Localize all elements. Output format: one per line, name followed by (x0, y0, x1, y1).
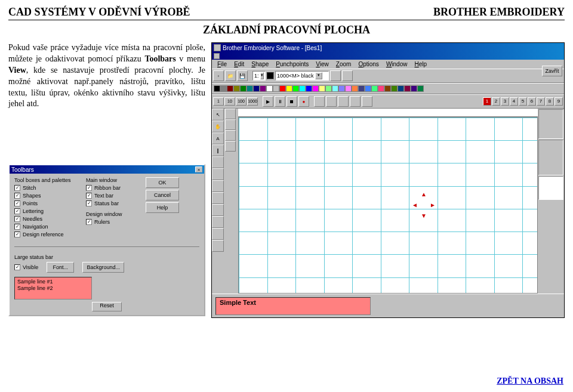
color-swatch[interactable] (306, 85, 312, 92)
chk-stitch[interactable]: Stitch (14, 185, 80, 191)
needle-combo[interactable]: 1:▾ (252, 71, 266, 81)
color-swatch[interactable] (325, 85, 332, 92)
color-swatch[interactable] (233, 85, 240, 92)
zoom-10[interactable]: 10 (224, 97, 235, 106)
cancel-button[interactable]: Cancel (146, 190, 179, 200)
chk-visible[interactable]: Visible (14, 264, 38, 270)
color-swatch[interactable] (378, 85, 384, 92)
color-swatch[interactable] (253, 85, 260, 92)
tool-p3[interactable] (212, 180, 224, 192)
measure-icon[interactable]: ‖ (212, 144, 224, 156)
save-button[interactable]: 💾 (237, 70, 248, 81)
chk-ribbon-bar[interactable]: Ribbon bar (86, 185, 140, 191)
new-button[interactable]: ▫ (213, 70, 224, 81)
color-swatch[interactable] (365, 85, 371, 92)
needle-3[interactable]: 3 (501, 97, 509, 106)
chk-navigation[interactable]: Navigation (14, 224, 80, 230)
color-swatch[interactable] (214, 85, 220, 92)
color-swatch[interactable] (384, 85, 391, 92)
color-swatch[interactable] (338, 85, 345, 92)
menu-shape[interactable]: Shape (248, 60, 272, 68)
zoom-1[interactable]: 1 (213, 97, 224, 106)
chk-points[interactable]: Points (14, 200, 80, 206)
tool-p1[interactable] (212, 156, 224, 168)
color-swatch[interactable] (286, 85, 292, 92)
rec-icon[interactable]: ● (298, 96, 309, 107)
hand-icon[interactable]: ✋ (212, 121, 224, 132)
zoom-100[interactable]: 100 (236, 97, 247, 106)
color-swatch[interactable] (371, 85, 378, 92)
color-swatch[interactable] (240, 85, 247, 92)
help-button[interactable]: Help (146, 202, 179, 213)
navigator-panel[interactable] (538, 109, 563, 139)
chk-status-bar[interactable]: Status bar (86, 200, 140, 206)
color-swatch[interactable] (319, 85, 325, 92)
color-swatch[interactable] (417, 85, 424, 92)
color-swatch[interactable] (299, 85, 306, 92)
design-canvas[interactable]: ◄ ► ▲ ▼ (238, 117, 538, 294)
tool-1[interactable] (330, 70, 341, 81)
reference-panel[interactable] (538, 140, 563, 175)
chk-shapes[interactable]: Shapes (14, 193, 80, 199)
tool-p8[interactable] (212, 240, 224, 252)
menu-window[interactable]: Window (383, 60, 411, 68)
ok-button[interactable]: OK (146, 177, 179, 188)
stop-icon[interactable]: ⏹ (286, 96, 297, 107)
color-swatch[interactable] (345, 85, 352, 92)
color-swatch[interactable] (352, 85, 358, 92)
color-swatch[interactable] (267, 72, 274, 79)
arrow-icon[interactable]: ↖ (212, 109, 224, 121)
pause-icon[interactable]: ⏸ (275, 96, 285, 107)
tool-e[interactable] (362, 96, 372, 107)
back-to-contents-link[interactable]: ZPĚT NA OBSAH (497, 376, 563, 386)
color-swatch[interactable] (227, 85, 233, 92)
menu-zoom[interactable]: Zoom (333, 60, 355, 68)
color-swatch[interactable] (398, 85, 404, 92)
reset-button[interactable]: Reset (92, 302, 122, 311)
tool-p7[interactable] (212, 228, 224, 240)
tool-p5[interactable] (212, 204, 224, 216)
tool-q2[interactable] (225, 119, 236, 130)
color-swatch[interactable] (292, 85, 299, 92)
color-swatch[interactable] (411, 85, 417, 92)
tool-b[interactable] (326, 96, 337, 107)
tool-c[interactable] (338, 96, 349, 107)
chk-lettering[interactable]: Lettering (14, 208, 80, 214)
text-icon[interactable]: A (212, 132, 224, 144)
tool-d[interactable] (350, 96, 361, 107)
zoom-1000[interactable]: 1000 (247, 97, 258, 106)
needle-7[interactable]: 7 (537, 97, 545, 106)
chk-design-reference[interactable]: Design reference (14, 232, 80, 237)
tool-2[interactable] (342, 70, 353, 81)
background-button[interactable]: Background... (82, 262, 124, 273)
color-swatch[interactable] (266, 85, 273, 92)
menu-punchpoints[interactable]: Punchpoints (273, 60, 312, 68)
tool-q1[interactable] (225, 109, 236, 119)
color-swatch[interactable] (404, 85, 411, 92)
tool-a[interactable] (314, 96, 325, 107)
preview-panel[interactable] (538, 176, 563, 200)
close-button[interactable]: Zavřít (542, 66, 562, 76)
tool-q3[interactable] (225, 130, 236, 141)
font-button[interactable]: Font... (47, 262, 74, 273)
chk-needles[interactable]: Needles (14, 216, 80, 222)
color-swatch[interactable] (312, 85, 319, 92)
tool-p6[interactable] (212, 216, 224, 228)
needle-8[interactable]: 8 (546, 97, 554, 106)
tool-p2[interactable] (212, 168, 224, 180)
needle-9[interactable]: 9 (554, 97, 563, 106)
menu-options[interactable]: Options (355, 60, 381, 68)
color-swatch[interactable] (273, 85, 279, 92)
needle-5[interactable]: 5 (519, 97, 527, 106)
menu-view[interactable]: View (313, 60, 332, 68)
color-swatch[interactable] (332, 85, 338, 92)
dialog-titlebar[interactable]: Toolbars × (10, 165, 204, 174)
menu-edit[interactable]: Edit (231, 60, 247, 68)
menu-help[interactable]: Help (411, 60, 430, 68)
color-swatch[interactable] (391, 85, 398, 92)
open-button[interactable]: 📁 (225, 70, 236, 81)
tool-p4[interactable] (212, 192, 224, 204)
needle-6[interactable]: 6 (528, 97, 536, 106)
color-swatch[interactable] (220, 85, 227, 92)
tool-q4[interactable] (225, 141, 236, 152)
